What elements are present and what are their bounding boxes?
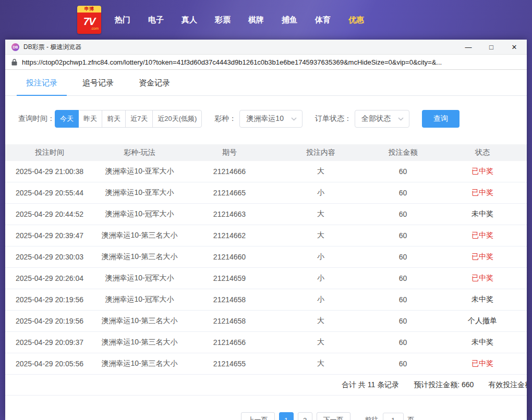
maximize-button[interactable]: □ [480,40,503,54]
tab-chase-records[interactable]: 追号记录 [73,70,123,95]
column-header-game: 彩种-玩法 [94,148,185,157]
lock-icon[interactable] [11,59,17,66]
cell-issue: 21214665 [185,189,274,197]
cell-game: 澳洲幸运10-第三名大小 [94,316,185,326]
url-text: https://ctop02pchwp1.zfnc84.com/lottery/… [22,58,442,66]
next-page-button[interactable]: 下一页 [317,412,350,420]
column-header-content: 投注内容 [274,148,368,157]
nav-item-live[interactable]: 真人 [182,15,197,25]
table-row: 2025-04-29 20:05:56澳洲幸运10-第三名大小21214655大… [5,353,527,375]
cell-time: 2025-04-29 20:26:04 [5,274,94,282]
cell-game: 澳洲幸运10-第三名大小 [94,252,185,262]
prev-page-button[interactable]: 上一页 [241,412,275,420]
cell-time: 2025-04-29 20:05:56 [5,360,94,368]
goto-page-input[interactable] [383,413,404,420]
nav-item-fishing[interactable]: 捕鱼 [282,15,297,25]
time-filter-label: 查询时间： [18,114,55,123]
nav-item-hot[interactable]: 热门 [115,15,130,25]
chevron-down-icon [398,117,404,121]
window-title: DB彩票 - 极速浏览器 [23,43,457,52]
table-row: 2025-04-29 20:39:47澳洲幸运10-第三名大小21214662大… [5,225,527,246]
table-row: 2025-04-29 20:19:56澳洲幸运10-冠军大小21214658小6… [5,289,527,311]
status-select[interactable]: 全部状态 [355,110,409,128]
cell-content: 大 [274,167,368,176]
site-logo[interactable]: 申博 7V .com [77,6,101,34]
nav-item-sports[interactable]: 体育 [315,15,331,25]
cell-status: 已中奖 [438,274,527,283]
cell-amount: 60 [368,231,438,240]
site-header: 申博 7V .com 热门电子真人彩票棋牌捕鱼体育优惠 [0,0,532,40]
lottery-select[interactable]: 澳洲幸运10 [239,110,303,128]
nav-item-promo[interactable]: 优惠 [348,15,364,25]
cell-content: 大 [274,231,368,240]
time-option-last-20-low[interactable]: 近20天(低频) [152,110,202,128]
status-filter-label: 订单状态： [315,114,352,123]
close-button[interactable]: ✕ [503,40,526,54]
cell-amount: 60 [368,253,438,261]
cell-game: 澳洲幸运10-第三名大小 [94,359,185,368]
time-option-last-7[interactable]: 近7天 [125,110,153,128]
cell-amount: 60 [368,274,438,282]
lottery-select-value: 澳洲幸运10 [246,114,284,123]
summary-valid-amount: 有效投注金额 [488,380,527,390]
search-button[interactable]: 查询 [422,110,460,128]
cell-status: 已中奖 [438,167,527,176]
column-header-amount: 投注金额 [368,148,438,157]
table-row: 2025-04-29 20:44:52澳洲幸运10-冠军大小21214663大6… [5,204,527,225]
page-content: 投注记录追号记录资金记录 查询时间： 今天昨天前天近7天近20天(低频) 彩种：… [5,70,527,420]
nav-item-lottery[interactable]: 彩票 [215,15,231,25]
cell-game: 澳洲幸运10-冠军大小 [94,274,185,283]
cell-issue: 21214658 [185,295,274,304]
cell-amount: 60 [368,338,438,347]
cell-status: 已中奖 [438,188,527,197]
tab-bet-records[interactable]: 投注记录 [17,70,67,95]
cell-issue: 21214660 [185,253,274,261]
cell-amount: 60 [368,210,438,218]
cell-amount: 60 [368,360,438,368]
cell-content: 小 [274,252,368,262]
minimize-button[interactable]: — [457,40,480,54]
page-number-1[interactable]: 1 [279,412,294,420]
favicon-icon: DB [11,43,19,51]
time-filter-group: 今天昨天前天近7天近20天(低频) [55,110,202,128]
cell-time: 2025-04-29 20:39:47 [5,231,94,240]
summary-total: 合计 共 11 条记录 [342,380,399,390]
cell-amount: 60 [368,295,438,304]
goto-page-suffix: 页 [408,415,415,420]
cell-time: 2025-04-29 20:19:56 [5,295,94,304]
cell-time: 2025-04-29 20:09:37 [5,338,94,347]
logo-suffix-text: .com [91,27,99,31]
cell-issue: 21214656 [185,338,274,347]
cell-amount: 60 [368,167,438,176]
nav-item-slots[interactable]: 电子 [148,15,164,25]
cell-content: 小 [274,188,368,197]
cell-status: 已中奖 [438,231,527,240]
goto-page-label: 前往 [365,415,379,420]
table-row: 2025-04-29 20:55:44澳洲幸运10-亚军大小21214665小6… [5,182,527,204]
cell-content: 大 [274,209,368,219]
browser-window: DB DB彩票 - 极速浏览器 —□✕ https://ctop02pchwp1… [5,40,527,420]
table-row: 2025-04-29 20:19:56澳洲幸运10-第三名大小21214658大… [5,311,527,332]
cell-issue: 21214659 [185,274,274,282]
table-header: 投注时间彩种-玩法期号投注内容投注金额状态 [5,144,527,161]
cell-content: 大 [274,316,368,326]
nav-item-board[interactable]: 棋牌 [248,15,264,25]
cell-status: 未中奖 [438,295,527,304]
column-header-issue: 期号 [185,148,274,157]
time-option-day-before[interactable]: 前天 [102,110,126,128]
lottery-filter-label: 彩种： [214,114,236,123]
cell-issue: 21214655 [185,360,274,368]
time-option-yesterday[interactable]: 昨天 [78,110,102,128]
table-row: 2025-04-29 20:09:37澳洲幸运10-第三名大小21214656大… [5,332,527,353]
time-option-today[interactable]: 今天 [55,110,79,128]
column-header-time: 投注时间 [5,148,94,157]
chevron-down-icon [291,117,297,121]
status-select-value: 全部状态 [361,114,391,123]
cell-time: 2025-04-29 20:55:44 [5,189,94,197]
cell-time: 2025-04-29 20:30:03 [5,253,94,261]
cell-status: 已中奖 [438,252,527,262]
tab-fund-records[interactable]: 资金记录 [129,70,179,95]
cell-amount: 60 [368,317,438,325]
browser-urlbar[interactable]: https://ctop02pchwp1.zfnc84.com/lottery/… [5,54,527,70]
page-number-2[interactable]: 2 [298,412,312,420]
